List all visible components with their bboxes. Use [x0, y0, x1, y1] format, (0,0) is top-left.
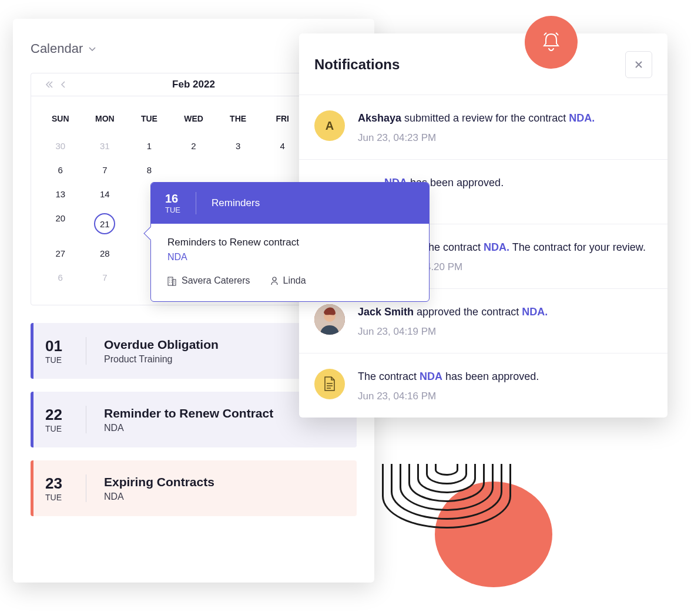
calendar-day-cell[interactable]: 30: [38, 134, 83, 158]
calendar-day-cell[interactable]: 6: [38, 158, 83, 182]
calendar-day-cell[interactable]: 1: [127, 134, 172, 158]
notification-text: The contract NDA has been approved.: [358, 369, 652, 385]
popover-header: 16 TUE Reminders: [151, 183, 429, 224]
calendar-month-label: Feb 2022: [172, 79, 215, 90]
calendar-day-cell[interactable]: 14: [83, 182, 128, 206]
event-date-dow: TUE: [45, 493, 69, 502]
event-date-dow: TUE: [45, 424, 69, 433]
notifications-title: Notifications: [314, 56, 400, 73]
event-subtitle: NDA: [104, 423, 273, 433]
avatar: [314, 304, 345, 335]
close-icon: [633, 59, 644, 70]
calendar-day-cell[interactable]: 2: [172, 134, 216, 158]
svg-rect-0: [168, 277, 173, 285]
svg-rect-1: [173, 280, 176, 285]
calendar-dow-header: TUE: [127, 107, 172, 134]
event-date-num: 22: [45, 406, 69, 424]
event-item[interactable]: 23 TUE Expiring Contracts NDA: [31, 460, 357, 516]
calendar-day-cell[interactable]: 31: [83, 134, 128, 158]
calendar-dow-header: THE: [216, 107, 260, 134]
event-title: Reminder to Renew Contract: [104, 406, 273, 420]
popover-contract-link[interactable]: NDA: [167, 252, 412, 262]
calendar-day-cell: [260, 158, 305, 182]
notification-time: Jun 23, 04:16 PM: [358, 391, 652, 402]
calendar-dow-header: SUN: [38, 107, 83, 134]
popover-owner: Linda: [270, 275, 306, 286]
calendar-day-cell[interactable]: 28: [83, 241, 128, 265]
chevron-down-icon: [88, 44, 97, 53]
svg-point-2: [273, 277, 276, 281]
contract-link[interactable]: NDA: [420, 371, 442, 382]
popover-company: Savera Caterers: [167, 275, 250, 286]
person-icon: [270, 276, 279, 285]
notification-text: Akshaya submitted a review for the contr…: [358, 110, 652, 126]
notification-text: Jack Smith approved the contract NDA.: [358, 304, 652, 320]
calendar-title: Calendar: [31, 41, 83, 56]
contract-link[interactable]: NDA.: [522, 306, 548, 318]
calendar-day-cell[interactable]: 7: [83, 158, 128, 182]
event-subtitle: Product Training: [104, 354, 219, 365]
avatar: [314, 369, 345, 399]
notification-time: Jun 23, 04:23 PM: [358, 132, 652, 144]
popover-label: Reminders: [212, 197, 260, 209]
calendar-day-cell[interactable]: 21: [83, 206, 128, 241]
notification-item[interactable]: AAkshaya submitted a review for the cont…: [299, 95, 667, 159]
event-date-num: 23: [45, 474, 69, 493]
decorative-background: [364, 464, 529, 581]
calendar-day-cell[interactable]: 3: [216, 134, 260, 158]
event-title: Overdue Obligation: [104, 338, 219, 352]
event-date-dow: TUE: [45, 355, 69, 365]
close-button[interactable]: [625, 51, 652, 78]
notification-time: Jun 23, 04:19 PM: [358, 326, 652, 338]
popover-date-dow: TUE: [165, 206, 180, 214]
popover-title: Reminders to Renew contract: [167, 237, 412, 248]
calendar-day-cell[interactable]: 8: [127, 158, 172, 182]
prev-month-fast-button[interactable]: [42, 80, 57, 89]
calendar-day-cell[interactable]: 13: [38, 182, 83, 206]
avatar: A: [314, 110, 345, 141]
calendar-day-cell: [172, 158, 216, 182]
calendar-dow-header: WED: [172, 107, 216, 134]
document-icon: [323, 376, 336, 392]
calendar-dow-header: MON: [83, 107, 128, 134]
contract-link[interactable]: NDA.: [569, 112, 595, 124]
prev-month-button[interactable]: [57, 80, 70, 89]
calendar-day-cell[interactable]: 7: [83, 265, 128, 290]
notification-item[interactable]: The contract NDA has been approved.Jun 2…: [299, 353, 667, 418]
calendar-dow-header: FRI: [260, 107, 305, 134]
calendar-day-cell[interactable]: 6: [38, 265, 83, 290]
popover-date-num: 16: [165, 192, 180, 206]
calendar-day-cell: [216, 158, 260, 182]
contract-link[interactable]: NDA.: [484, 241, 509, 253]
building-icon: [167, 275, 177, 286]
event-date-num: 01: [45, 337, 69, 355]
event-title: Expiring Contracts: [104, 475, 214, 489]
event-subtitle: NDA: [104, 492, 214, 502]
reminder-popover: 16 TUE Reminders Reminders to Renew cont…: [150, 182, 430, 302]
calendar-day-cell[interactable]: 20: [38, 206, 83, 241]
calendar-day-cell[interactable]: 27: [38, 241, 83, 265]
calendar-day-cell[interactable]: 4: [260, 134, 305, 158]
